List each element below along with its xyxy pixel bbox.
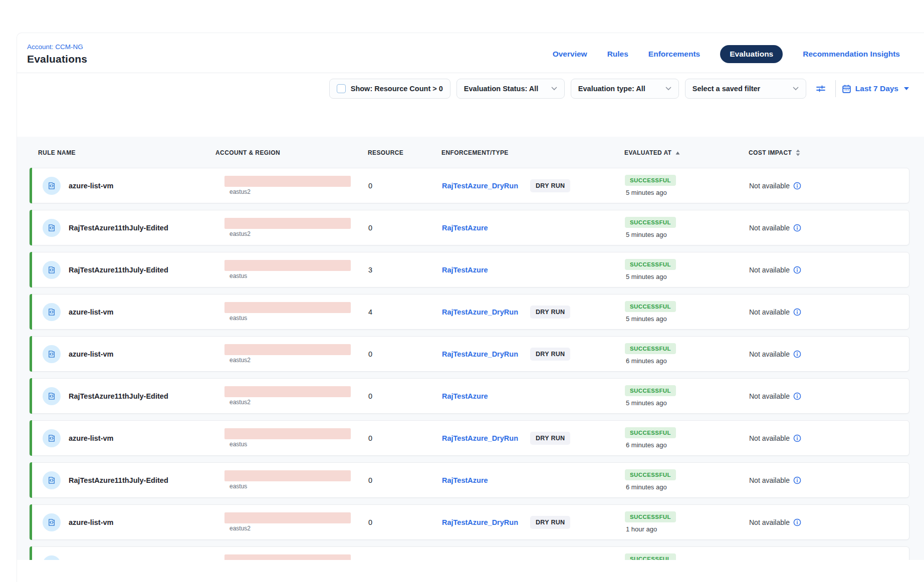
rule-cell: azure-list-vm [30,513,192,531]
evaluation-row[interactable]: azure-list-vm eastus 4 RajTestAzure_DryR… [29,294,909,330]
cost-impact-cell: Not available [709,434,909,442]
evaluated-at-cell: SUCCESSFUL 5 minutes ago [585,217,709,238]
resource-count-checkbox[interactable] [337,84,346,93]
account-region-cell: eastus [192,428,343,448]
evaluation-row[interactable]: azure-list-vm eastus 0 RajTestAzure_DryR… [29,420,909,456]
tab-evaluations-active[interactable]: Evaluations [720,45,783,63]
rule-avatar [43,303,61,321]
evaluated-time: 5 minutes ago [625,315,667,323]
column-cost-impact-sort[interactable]: COST IMPACT [709,149,909,156]
info-icon[interactable] [793,434,801,442]
resource-count: 4 [343,308,400,316]
column-resource-sort[interactable]: RESOURCE [342,149,400,156]
row-status-accent [30,420,32,456]
rule-avatar [43,261,61,279]
sort-asc-icon [675,151,680,155]
evaluation-row[interactable]: RajTestAzure11thJuly-Edited eastus2 0 Ra… [29,210,909,245]
evaluation-row[interactable]: RajTestAzure11thJuly-Edited eastus 0 Raj… [29,462,909,498]
rule-avatar [43,345,61,363]
enforcement-cell: RajTestAzure DRY RUN [400,392,585,400]
evaluation-row[interactable]: RajTestAzure11thJuly-Edited eastus2 0 Ra… [29,378,909,414]
rule-cell: RajTestAzure11thJuly-Edited [30,471,192,489]
row-status-accent [30,294,32,330]
account-column: eastus2 [224,386,351,406]
enforcement-link[interactable]: RajTestAzure_DryRun [442,182,518,190]
evaluation-type-value: Evaluation type: All [578,85,645,93]
tab-recommendation-insights[interactable]: Recommendation Insights [803,50,900,59]
calendar-icon [842,84,851,94]
enforcement-link[interactable]: RajTestAzure_DryRun [442,350,518,358]
rule-code-icon [47,308,56,317]
enforcement-link[interactable]: RajTestAzure_DryRun [442,308,518,316]
evaluated-at-cell: SUCCESSFUL 5 minutes ago [585,175,709,196]
rule-cell: RajTestAzure11thJuly-Edited [30,219,192,237]
enforcement-link[interactable]: RajTestAzure [442,224,488,232]
account-name-redacted [224,554,351,560]
rule-avatar [43,513,61,531]
rule-code-icon [47,181,56,190]
evaluation-row[interactable]: RajTestAzure11thJuly-Edited eastus2 0 Ra… [29,546,909,560]
tab-rules[interactable]: Rules [607,50,628,59]
account-name-redacted [224,302,351,313]
info-icon[interactable] [793,266,801,274]
row-status-accent [30,168,32,203]
enforcement-link[interactable]: RajTestAzure_DryRun [442,434,518,442]
account-column: eastus2 [224,176,351,195]
rule-name: azure-list-vm [69,308,113,316]
evaluation-row[interactable]: RajTestAzure11thJuly-Edited eastus 3 Raj… [29,252,909,287]
column-account-region: ACCOUNT & REGION [192,149,342,156]
filter-settings-button[interactable] [812,80,829,97]
info-icon[interactable] [793,518,801,526]
info-icon[interactable] [793,350,801,358]
info-icon[interactable] [793,392,801,400]
evaluated-at-cell: SUCCESSFUL 5 minutes ago [585,385,709,407]
evaluations-table: RULE NAME ACCOUNT & REGION RESOURCE ENFO… [17,137,924,560]
date-range-picker[interactable]: Last 7 Days [842,84,909,94]
cost-impact-value: Not available [749,266,790,274]
rule-code-icon [47,560,56,560]
account-region-cell: eastus [192,260,343,279]
info-icon[interactable] [793,224,801,232]
evaluated-time: 5 minutes ago [625,189,667,196]
rule-code-icon [47,265,56,274]
enforcement-cell: RajTestAzure DRY RUN [400,266,585,274]
tab-overview[interactable]: Overview [553,50,587,59]
rule-name: azure-list-vm [69,434,113,442]
account-name-redacted [224,344,351,355]
enforcement-link[interactable]: RajTestAzure [442,476,488,484]
status-badge: SUCCESSFUL [625,511,676,522]
evaluation-status-dropdown[interactable]: Evaluation Status: All [456,79,565,99]
enforcement-link[interactable]: RajTestAzure_DryRun [442,518,518,526]
account-name-redacted [224,176,351,187]
breadcrumb[interactable]: Account: CCM-NG [27,43,87,51]
enforcement-link[interactable]: RajTestAzure [442,392,488,400]
rule-code-icon [47,518,56,527]
page-title: Evaluations [27,53,87,65]
cost-impact-cell: Not available [709,308,909,316]
sort-icon [796,149,800,156]
info-icon[interactable] [793,476,801,484]
evaluated-time: 5 minutes ago [625,231,667,238]
account-region-cell: eastus2 [192,554,343,560]
evaluated-at-cell: SUCCESSFUL 5 minutes ago [585,301,709,323]
region-label: eastus [229,315,351,322]
enforcement-link[interactable]: RajTestAzure [442,266,488,274]
evaluation-row[interactable]: azure-list-vm eastus2 0 RajTestAzure_Dry… [29,168,909,203]
account-region-cell: eastus [192,470,343,490]
evaluation-row[interactable]: azure-list-vm eastus2 0 RajTestAzure_Dry… [29,504,909,540]
filter-bar: Show: Resource Count > 0 Evaluation Stat… [17,73,924,104]
column-evaluated-at-sort[interactable]: EVALUATED AT [584,149,709,156]
info-icon[interactable] [793,182,801,190]
info-icon[interactable] [793,308,801,316]
region-label: eastus [229,441,351,448]
account-name-redacted [224,260,351,271]
evaluation-type-dropdown[interactable]: Evaluation type: All [571,79,679,99]
account-name-redacted [224,470,351,481]
evaluated-time: 5 minutes ago [625,399,667,407]
enforcement-cell: RajTestAzure DRY RUN [400,476,585,484]
account-name-redacted [224,512,351,523]
saved-filter-dropdown[interactable]: Select a saved filter [685,79,806,99]
show-resource-count-toggle[interactable]: Show: Resource Count > 0 [329,79,450,99]
tab-enforcements[interactable]: Enforcements [648,50,700,59]
evaluation-row[interactable]: azure-list-vm eastus2 0 RajTestAzure_Dry… [29,336,909,372]
